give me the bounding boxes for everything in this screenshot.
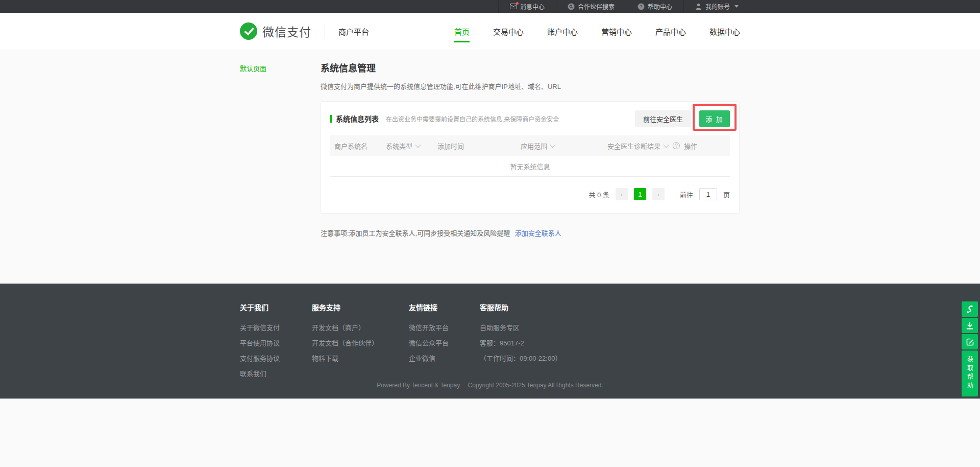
- nav-label: 首页: [454, 26, 470, 37]
- footer: 关于我们 关于微信支付 平台使用协议 支付服务协议 联系我们 服务支持 开发文档…: [0, 284, 980, 399]
- get-help-label: 获取帮助: [966, 356, 974, 391]
- download-button[interactable]: [962, 318, 978, 333]
- topbar-item-help-center[interactable]: ? 帮助中心: [626, 0, 683, 13]
- floating-toolbar: 获取帮助: [962, 301, 978, 396]
- column-actions: 操作: [680, 141, 730, 151]
- column-label: 商户系统名: [334, 141, 368, 151]
- nav-item-marketing-center[interactable]: 营销中心: [601, 13, 632, 50]
- footer-link[interactable]: 支付服务协议: [240, 353, 312, 363]
- sidebar-item-default-page[interactable]: 默认页面: [240, 63, 266, 73]
- topbar: 消息中心 合作伙伴搜索 ? 帮助中心 我的账号: [0, 0, 980, 13]
- chevron-down-icon[interactable]: [663, 142, 669, 148]
- footer-link[interactable]: 微信开放平台: [409, 322, 480, 332]
- panel-subtitle: 在出资业务中需要提前设置自己的系统信息,来保障商户资金安全: [386, 114, 559, 123]
- next-page-button[interactable]: ›: [652, 188, 665, 200]
- portal-label: 商户平台: [338, 26, 369, 37]
- footer-column-title: 客服帮助: [480, 302, 561, 312]
- hotline-button[interactable]: [962, 301, 978, 317]
- nav-item-product-center[interactable]: 产品中心: [655, 13, 686, 50]
- pagination: 共 0 条 ‹ 1 › 前往 页: [330, 188, 730, 200]
- main-nav: 首页 交易中心 账户中心 营销中心 产品中心 数据中心: [431, 13, 740, 50]
- footer-link[interactable]: 企业微信: [409, 353, 480, 363]
- nav-label: 营销中心: [601, 26, 632, 37]
- total-count: 共 0 条: [589, 190, 609, 199]
- footer-link[interactable]: 平台使用协议: [240, 338, 312, 347]
- column-label: 系统类型: [386, 141, 412, 151]
- nav-item-data-center[interactable]: 数据中心: [709, 13, 740, 50]
- footer-link[interactable]: 微信公众平台: [409, 338, 480, 347]
- get-help-button[interactable]: 获取帮助: [962, 351, 978, 396]
- footer-column-title: 关于我们: [240, 302, 312, 312]
- add-button[interactable]: 添 加: [699, 110, 730, 127]
- nav-label: 产品中心: [655, 26, 686, 37]
- topbar-item-messages[interactable]: 消息中心: [498, 0, 556, 13]
- nav-item-home[interactable]: 首页: [454, 13, 470, 50]
- column-label: 操作: [684, 141, 697, 151]
- chevron-down-icon[interactable]: [550, 142, 555, 148]
- note-text: 注意事项:添加员工为安全联系人,可同步接受相关通知及风险提醒: [321, 229, 510, 237]
- footer-link[interactable]: 关于微信支付: [240, 322, 312, 332]
- copyright-powered-by: Powered By Tencent & Tenpay: [377, 382, 460, 389]
- footer-column-title: 友情链接: [409, 302, 480, 312]
- footer-link[interactable]: 自助服务专区: [480, 322, 561, 332]
- goto-page-input[interactable]: [699, 188, 717, 200]
- empty-state-text: 暂无系统信息: [330, 156, 730, 177]
- topbar-item-my-account[interactable]: 我的账号: [683, 0, 750, 13]
- footer-column-service: 客服帮助 自助服务专区 客服：95017-2 （工作时间：09:00-22:00…: [480, 302, 561, 384]
- unread-badge: [516, 2, 519, 5]
- column-label: 应用范围: [521, 141, 547, 151]
- feedback-button[interactable]: [962, 334, 978, 349]
- brand-name: 微信支付: [262, 22, 311, 40]
- nav-label: 账户中心: [547, 26, 578, 37]
- hotline-icon: [966, 305, 973, 313]
- security-doctor-button[interactable]: 前往安全医生: [635, 110, 691, 127]
- copyright: Powered By Tencent & Tenpay Copyright 20…: [0, 382, 980, 389]
- note-row: 注意事项:添加员工为安全联系人,可同步接受相关通知及风险提醒 添加安全联系人: [321, 228, 740, 238]
- topbar-item-label: 消息中心: [520, 2, 545, 11]
- help-icon: ?: [638, 3, 645, 10]
- brand-divider: [325, 26, 325, 37]
- column-diagnosis-result: 安全医生诊断结果 ?: [603, 141, 680, 151]
- nav-label: 数据中心: [709, 26, 740, 37]
- footer-column-about: 关于我们 关于微信支付 平台使用协议 支付服务协议 联系我们: [240, 302, 312, 384]
- footer-link[interactable]: 联系我们: [240, 368, 312, 378]
- svg-text:?: ?: [640, 4, 642, 9]
- system-info-panel: 系统信息列表 在出资业务中需要提前设置自己的系统信息,来保障商户资金安全 前往安…: [321, 101, 740, 214]
- prev-page-button[interactable]: ‹: [616, 188, 628, 200]
- user-icon: [695, 3, 702, 10]
- service-phone-text: 客服：95017-2: [480, 338, 561, 347]
- help-circle-icon[interactable]: ?: [673, 142, 680, 149]
- footer-link[interactable]: 物料下载: [312, 353, 409, 363]
- wechat-pay-logo-icon: [240, 22, 257, 40]
- header: 微信支付 商户平台 首页 交易中心 账户中心 营销中心 产品中心 数据中心: [0, 13, 980, 50]
- footer-link[interactable]: 开发文档（合作伙伴）: [312, 338, 409, 347]
- nav-label: 交易中心: [493, 26, 524, 37]
- topbar-item-partner-search[interactable]: 合作伙伴搜索: [556, 0, 626, 13]
- footer-column-title: 服务支持: [312, 302, 409, 312]
- panel-title: 系统信息列表: [336, 113, 379, 124]
- nav-item-transaction-center[interactable]: 交易中心: [493, 13, 524, 50]
- current-page-button[interactable]: 1: [634, 188, 646, 200]
- feedback-icon: [966, 338, 974, 346]
- column-label: 安全医生诊断结果: [607, 141, 660, 151]
- goto-label: 前往: [680, 190, 693, 199]
- add-security-contact-link[interactable]: 添加安全联系人: [515, 229, 561, 237]
- footer-column-support: 服务支持 开发文档（商户） 开发文档（合作伙伴） 物料下载: [312, 302, 409, 384]
- topbar-item-label: 我的账号: [705, 2, 730, 11]
- service-hours-text: （工作时间：09:00-22:00）: [480, 353, 561, 363]
- footer-link[interactable]: 开发文档（商户）: [312, 322, 409, 332]
- chevron-down-icon[interactable]: [415, 142, 421, 148]
- nav-item-account-center[interactable]: 账户中心: [547, 13, 578, 50]
- table-header-row: 商户系统名 系统类型 添加时间 应用范围 安全医生诊断结果 ?: [330, 135, 730, 156]
- page-title: 系统信息管理: [321, 61, 740, 74]
- download-icon: [966, 322, 973, 330]
- topbar-item-label: 帮助中心: [648, 2, 672, 11]
- partner-search-icon: [568, 3, 575, 10]
- main-column: 系统信息管理 微信支付为商户提供统一的系统信息管理功能,可在此维护商户IP地址、…: [321, 50, 740, 238]
- footer-column-links: 友情链接 微信开放平台 微信公众平台 企业微信: [409, 302, 480, 384]
- page-description: 微信支付为商户提供统一的系统信息管理功能,可在此维护商户IP地址、域名、URL: [321, 81, 740, 91]
- column-add-time: 添加时间: [433, 141, 517, 151]
- column-label: 添加时间: [437, 141, 464, 151]
- brand[interactable]: 微信支付 商户平台: [240, 22, 369, 40]
- content-area: 默认页面 系统信息管理 微信支付为商户提供统一的系统信息管理功能,可在此维护商户…: [0, 50, 980, 284]
